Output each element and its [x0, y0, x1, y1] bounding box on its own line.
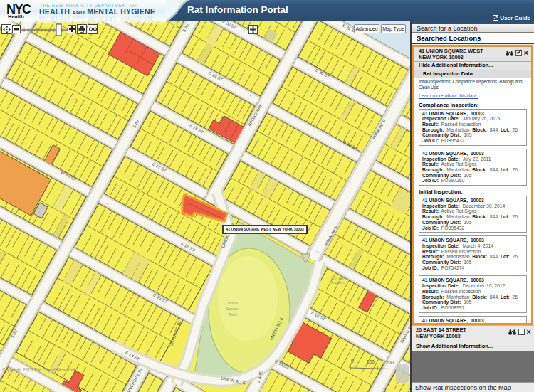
- svg-text:Square: Square: [226, 307, 239, 311]
- svg-text:200: 200: [386, 360, 394, 365]
- svg-text:Copyright 2015 The City of New: Copyright 2015 The City of New York: [2, 367, 76, 373]
- svg-text:Park: Park: [229, 312, 237, 317]
- svg-text:100: 100: [367, 359, 375, 364]
- svg-text:0: 0: [351, 359, 354, 364]
- svg-text:Academy: Academy: [331, 280, 346, 285]
- svg-text:Union: Union: [228, 301, 238, 305]
